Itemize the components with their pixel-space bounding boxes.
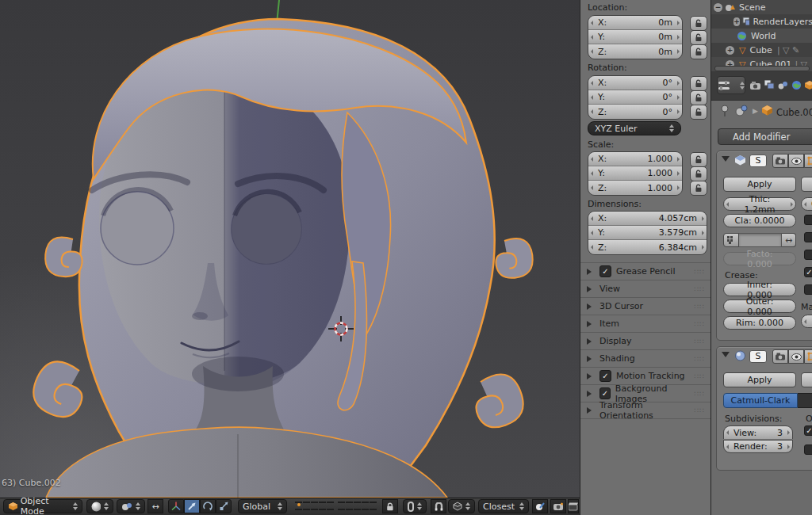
modifier-name-field[interactable]: S <box>749 154 767 167</box>
viewport-shading-dropdown[interactable] <box>86 499 113 513</box>
outliner-scrollbar[interactable] <box>714 66 810 71</box>
manipulate-center-points-toggle[interactable]: ↔ <box>147 499 163 513</box>
location-y-field[interactable]: Y:0m <box>588 30 682 44</box>
apply-button[interactable]: Apply <box>723 177 796 192</box>
manipulator-rotate-toggle[interactable] <box>200 499 216 513</box>
proportional-edit-dropdown[interactable] <box>403 499 427 513</box>
factor-field[interactable]: Facto: 0.000 <box>723 252 796 265</box>
clamp-field[interactable]: Cla: 0.0000 <box>723 214 796 227</box>
crease-rim-field[interactable]: Rim: 0.000 <box>723 316 796 330</box>
pin-icon[interactable] <box>719 105 730 117</box>
invert-vertex-group-icon[interactable]: ↔ <box>782 233 796 247</box>
drag-dots-icon[interactable]: ∷∷ <box>695 285 705 293</box>
add-modifier-button[interactable]: Add Modifier <box>718 128 812 145</box>
simple-button-partial[interactable] <box>798 393 812 408</box>
location-x-field[interactable]: X:0m <box>588 16 682 30</box>
drag-dots-icon[interactable]: ∷∷ <box>695 320 705 328</box>
thickness-field[interactable]: Thic: 1.2mm <box>723 197 796 211</box>
layers-grid-2[interactable] <box>338 499 377 513</box>
solidify-option-checkbox[interactable] <box>804 232 812 242</box>
scale-y-field[interactable]: Y:1.000 <box>588 166 682 181</box>
rotation-z-field[interactable]: Z:0° <box>588 105 682 119</box>
panel-transform-orientations[interactable]: Transform Orientations∷∷ <box>580 402 711 419</box>
drag-dots-icon[interactable]: ∷∷ <box>695 390 705 398</box>
copy-button-partial[interactable] <box>801 177 812 192</box>
vertex-group-icon[interactable] <box>723 233 739 247</box>
snap-element-dropdown[interactable] <box>448 499 475 513</box>
lock-scale-x-button[interactable] <box>690 152 707 167</box>
lock-location-z-button[interactable] <box>690 44 707 59</box>
dimensions-y-field[interactable]: Y:3.579cm <box>588 226 707 240</box>
mode-dropdown[interactable]: Object Mode <box>3 499 82 513</box>
snap-align-rotation-icon[interactable] <box>532 499 548 513</box>
copy-button-partial[interactable] <box>801 372 812 387</box>
tab-render[interactable] <box>749 78 762 92</box>
lock-to-scene-toggle[interactable] <box>382 499 398 513</box>
dimensions-z-field[interactable]: Z:6.384cm <box>588 240 707 254</box>
solidify-option-checkbox[interactable] <box>804 215 812 225</box>
scale-x-field[interactable]: X:1.000 <box>588 152 682 166</box>
rotation-mode-dropdown[interactable]: XYZ Euler <box>588 121 681 135</box>
drag-dots-icon[interactable]: ∷∷ <box>695 268 705 276</box>
material-offset-field-partial[interactable] <box>801 315 812 328</box>
solidify-option-checkbox[interactable] <box>804 267 812 277</box>
panel-background-images[interactable]: Background Images∷∷ <box>580 384 711 402</box>
solidify-option-checkbox[interactable] <box>804 250 812 260</box>
3d-viewport[interactable]: 63) Cube.002 <box>0 0 580 498</box>
modifier-name-field[interactable]: S <box>749 350 767 363</box>
solidify-option-checkbox[interactable] <box>804 284 812 295</box>
lock-scale-y-button[interactable] <box>690 166 707 181</box>
lock-location-y-button[interactable] <box>690 30 707 45</box>
viewport-visibility-eye-icon[interactable] <box>788 154 804 168</box>
opengl-render-camera-icon[interactable] <box>550 499 566 513</box>
motion-tracking-checkbox[interactable] <box>599 370 611 382</box>
collapse-arrow-icon[interactable] <box>722 352 730 361</box>
drag-dots-icon[interactable]: ∷∷ <box>695 303 705 311</box>
lock-rotation-z-button[interactable] <box>690 105 707 120</box>
drag-dots-icon[interactable]: ∷∷ <box>695 355 705 363</box>
expand-icon[interactable]: + <box>726 46 734 55</box>
transform-orientation-dropdown[interactable]: Global <box>238 499 287 513</box>
pivot-point-dropdown[interactable] <box>117 499 145 513</box>
modifier-context-icon[interactable] <box>735 105 748 116</box>
render-visibility-icon[interactable] <box>772 154 788 168</box>
rotation-x-field[interactable]: X:0° <box>588 76 682 90</box>
tab-scene[interactable] <box>776 78 789 92</box>
catmull-clark-button[interactable]: Catmull-Clark <box>723 393 798 408</box>
lock-rotation-y-button[interactable] <box>690 90 707 105</box>
manipulator-axis-toggle[interactable] <box>168 499 184 513</box>
lock-location-x-button[interactable] <box>690 16 707 31</box>
render-visibility-icon[interactable] <box>772 349 788 364</box>
breadcrumb-object-name[interactable]: Cube.002 <box>776 107 812 118</box>
subdivisions-render-field[interactable]: Render:3 <box>723 440 793 453</box>
panel-view[interactable]: View∷∷ <box>580 280 711 297</box>
panel-display[interactable]: Display∷∷ <box>580 332 711 349</box>
edit-mode-visibility-icon[interactable] <box>804 154 812 168</box>
layers-grid-1[interactable] <box>295 499 334 513</box>
panel-3d-cursor[interactable]: 3D Cursor∷∷ <box>580 297 711 315</box>
collapse-icon[interactable]: − <box>714 3 722 12</box>
edit-mode-visibility-icon[interactable] <box>804 349 812 364</box>
offset-field-partial[interactable]: O <box>801 197 812 211</box>
expand-icon[interactable]: + <box>733 17 740 26</box>
outliner-item-world[interactable]: World <box>711 29 812 43</box>
outliner-item-renderlayers[interactable]: + RenderLayers <box>711 14 812 29</box>
panel-shading[interactable]: Shading∷∷ <box>580 349 711 367</box>
vertex-group-selector[interactable]: ↔ <box>723 233 796 247</box>
manipulator-translate-toggle[interactable] <box>184 499 200 513</box>
lock-scale-z-button[interactable] <box>690 181 707 196</box>
outliner-item-scene[interactable]: − Scene <box>711 0 812 14</box>
drag-dots-icon[interactable]: ∷∷ <box>695 372 705 380</box>
subsurf-option-checkbox[interactable] <box>804 425 812 436</box>
apply-button[interactable]: Apply <box>723 372 796 387</box>
lock-rotation-x-button[interactable] <box>690 76 707 91</box>
grease-pencil-checkbox[interactable] <box>599 265 611 277</box>
viewport-visibility-eye-icon[interactable] <box>788 349 804 364</box>
snap-magnet-toggle[interactable] <box>431 499 446 513</box>
scale-z-field[interactable]: Z:1.000 <box>588 181 682 195</box>
drag-dots-icon[interactable]: ∷∷ <box>695 338 705 345</box>
tab-render-layers[interactable] <box>763 78 776 92</box>
panel-motion-tracking[interactable]: Motion Tracking∷∷ <box>580 367 711 384</box>
location-z-field[interactable]: Z:0m <box>588 44 682 59</box>
crease-outer-field[interactable]: Outer: 0.000 <box>723 299 796 313</box>
